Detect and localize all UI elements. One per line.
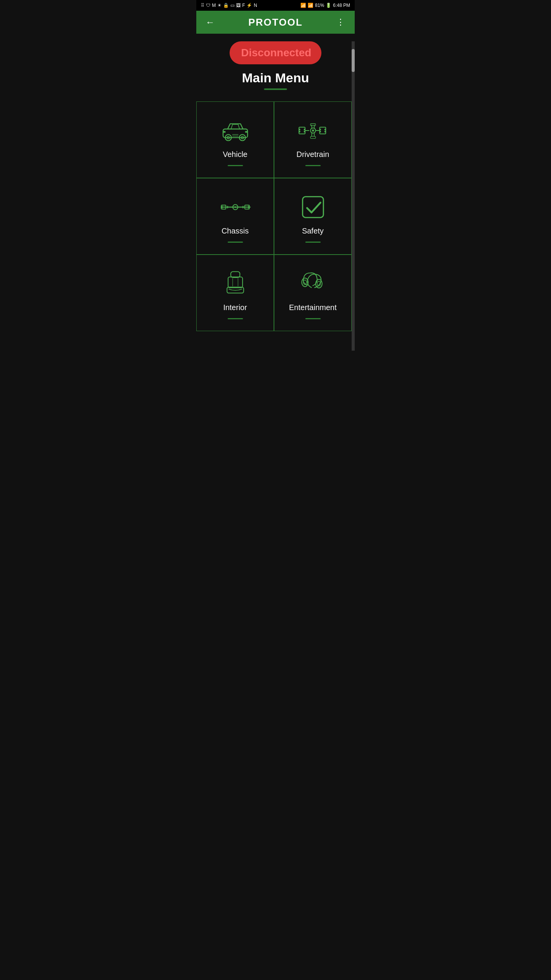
- nfc-icon: N: [254, 3, 257, 8]
- status-bar-left: ⠿ 🛡 M ☀ 🔒 ▭ 🖼 F ⚡ N: [201, 3, 257, 8]
- car-icon: [220, 117, 251, 144]
- svg-point-50: [316, 279, 322, 288]
- drivetrain-label: Drivetrain: [297, 150, 329, 159]
- signal-icon: 📶: [308, 3, 313, 8]
- main-content: Disconnected Main Menu: [196, 41, 355, 351]
- entertainment-icon: [298, 270, 328, 297]
- app-header: ← PROTOOL ⋮: [196, 11, 355, 34]
- svg-rect-22: [324, 131, 326, 132]
- vehicle-underline: [228, 165, 243, 166]
- overflow-menu-button[interactable]: ⋮: [333, 14, 349, 30]
- safety-underline: [305, 242, 321, 243]
- menu-item-chassis[interactable]: Chassis: [196, 178, 274, 255]
- app-title: PROTOOL: [248, 16, 303, 28]
- svg-rect-19: [320, 129, 321, 130]
- weather-icon: ☀: [217, 3, 222, 8]
- safety-icon: [298, 194, 328, 220]
- chassis-icon: [220, 194, 251, 220]
- svg-rect-42: [228, 277, 243, 288]
- time-display: 6:48 PM: [333, 3, 350, 8]
- svg-rect-28: [310, 136, 315, 138]
- disconnected-banner[interactable]: Disconnected: [230, 41, 321, 64]
- svg-rect-20: [320, 131, 321, 132]
- title-divider: [264, 88, 287, 90]
- lock-icon: 🔒: [223, 3, 229, 8]
- vehicle-label: Vehicle: [223, 150, 248, 159]
- svg-rect-13: [304, 131, 305, 132]
- interior-label: Interior: [223, 303, 247, 312]
- svg-rect-40: [302, 197, 323, 217]
- menu-grid: Vehicle: [196, 101, 355, 331]
- svg-rect-11: [299, 131, 300, 132]
- screen-icon: ▭: [230, 3, 235, 8]
- svg-rect-21: [324, 129, 326, 130]
- disconnected-label: Disconnected: [241, 47, 311, 59]
- menu-item-drivetrain[interactable]: Drivetrain: [274, 101, 352, 178]
- menu-item-interior[interactable]: Interior: [196, 255, 274, 331]
- svg-rect-0: [223, 129, 248, 137]
- shield-icon: 🛡: [206, 3, 210, 8]
- svg-rect-9: [299, 127, 305, 134]
- interior-icon: [220, 270, 251, 297]
- svg-rect-18: [320, 127, 326, 134]
- chassis-label: Chassis: [222, 227, 249, 235]
- svg-rect-12: [304, 129, 305, 130]
- photo-icon: 🖼: [236, 3, 241, 8]
- chassis-underline: [228, 242, 243, 243]
- status-bar: ⠿ 🛡 M ☀ 🔒 ▭ 🖼 F ⚡ N 📶 📶 81% 🔋 6:48 PM: [196, 0, 355, 11]
- battery-text: 81%: [315, 3, 324, 8]
- svg-rect-25: [310, 124, 315, 126]
- entertainment-label: Entertainment: [289, 303, 337, 312]
- gmail-icon: M: [212, 3, 216, 8]
- notification-icon: ⠿: [201, 3, 204, 8]
- menu-item-vehicle[interactable]: Vehicle: [196, 101, 274, 178]
- svg-point-16: [312, 129, 314, 131]
- back-button[interactable]: ←: [202, 14, 218, 31]
- drivetrain-underline: [305, 165, 321, 166]
- svg-rect-6: [245, 131, 247, 133]
- menu-item-entertainment[interactable]: Entertainment: [274, 255, 352, 331]
- status-bar-right: 📶 📶 81% 🔋 6:48 PM: [300, 3, 350, 8]
- svg-rect-10: [299, 129, 300, 130]
- main-menu-title: Main Menu: [196, 70, 355, 85]
- svg-point-35: [235, 206, 236, 208]
- entertainment-underline: [305, 318, 321, 319]
- safety-label: Safety: [302, 227, 324, 235]
- scrollbar[interactable]: [352, 41, 355, 351]
- svg-rect-5: [223, 131, 225, 133]
- wifi-icon: 📶: [300, 3, 306, 8]
- bluetooth-icon: ⚡: [246, 3, 252, 8]
- menu-item-safety[interactable]: Safety: [274, 178, 352, 255]
- scroll-thumb: [352, 49, 355, 72]
- drivetrain-icon: [298, 117, 328, 144]
- flip-icon: F: [242, 3, 245, 8]
- interior-underline: [228, 318, 243, 319]
- battery-icon: 🔋: [326, 3, 331, 8]
